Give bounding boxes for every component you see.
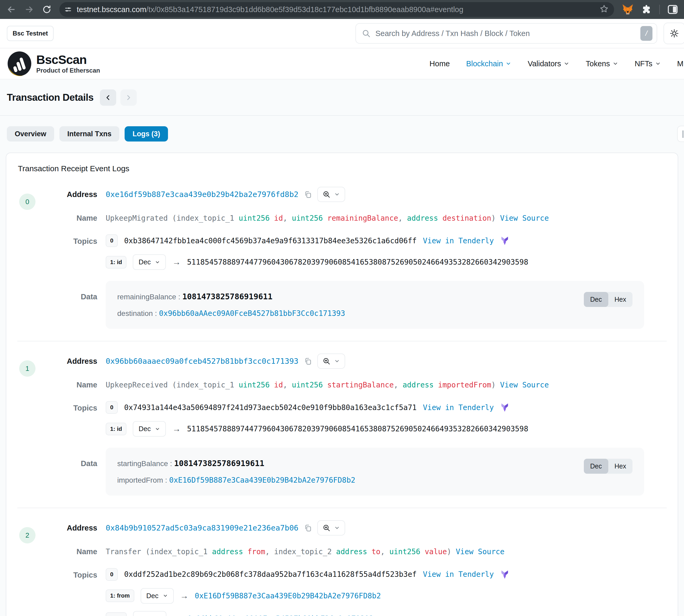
topic-index-badge: 0 bbox=[106, 568, 118, 581]
arrow-right-icon: → bbox=[173, 614, 181, 616]
tenderly-icon[interactable] bbox=[500, 236, 509, 245]
nav-nfts[interactable]: NFTs bbox=[635, 60, 661, 68]
log-address-link[interactable]: 0xe16df59b887e3caa439e0b29b42ba2e7976fd8… bbox=[106, 190, 298, 199]
main-content: Transaction Details Overview Internal Tx… bbox=[0, 80, 684, 616]
log-index-badge: 2 bbox=[19, 527, 36, 544]
topic-row-0: 0 0xddf252ad1be2c89b69c2b068fc378daa952b… bbox=[106, 568, 644, 581]
side-panel-button[interactable] bbox=[668, 5, 678, 14]
hex-toggle-button[interactable]: Hex bbox=[608, 292, 633, 307]
address-zoom-button[interactable] bbox=[317, 353, 345, 369]
star-icon bbox=[599, 4, 609, 14]
copy-icon bbox=[304, 190, 312, 199]
main-nav: Home Blockchain Validators Tokens NFTs M bbox=[430, 60, 683, 68]
url-path[interactable]: /tx/0x85b3a147518719d3c9b1dd6b80e5f39d53… bbox=[146, 5, 463, 14]
tab-overview[interactable]: Overview bbox=[7, 126, 54, 141]
data-address-link[interactable]: 0xE16Df59B887e3Caa439E0b29B42bA2e7976FD8… bbox=[169, 476, 356, 484]
browser-reload-button[interactable] bbox=[42, 5, 51, 14]
network-badge[interactable]: Bsc Testnet bbox=[7, 26, 54, 41]
data-label: Data bbox=[48, 281, 97, 301]
next-transaction-button[interactable] bbox=[120, 89, 137, 106]
topic-value: 5118545788897447796043067820397906085416… bbox=[187, 258, 528, 266]
dec-hex-toggle: Dec Hex bbox=[584, 292, 633, 307]
bookmark-star-button[interactable] bbox=[599, 4, 609, 15]
view-in-tenderly-link[interactable]: View in Tenderly bbox=[423, 403, 494, 412]
log-index-badge: 1 bbox=[19, 360, 36, 377]
tab-logs[interactable]: Logs (3) bbox=[124, 126, 168, 141]
topic-format-select[interactable]: Dec bbox=[133, 421, 166, 437]
nav-validators[interactable]: Validators bbox=[528, 60, 569, 68]
topic-value: 5118545788897447796043067820397906085416… bbox=[187, 424, 528, 433]
chevron-down-icon bbox=[155, 426, 160, 432]
extensions-button[interactable] bbox=[641, 4, 652, 15]
chevron-left-icon bbox=[105, 94, 111, 101]
metamask-extension-button[interactable] bbox=[622, 4, 634, 15]
url-text[interactable]: testnet.bscscan.com/tx/0x85b3a147518719d… bbox=[77, 5, 463, 14]
view-source-link[interactable]: View Source bbox=[456, 547, 504, 556]
name-label: Name bbox=[48, 380, 97, 389]
address-label: Address bbox=[48, 524, 97, 532]
data-row: startingBalance : 1081473825786919611 bbox=[117, 459, 573, 468]
tabs-row: Overview Internal Txns Logs (3) bbox=[0, 116, 684, 153]
topic-row-1: 1: id Dec → 5118545788897447796043067820… bbox=[106, 254, 644, 270]
topic-format-select[interactable]: Dec bbox=[133, 254, 166, 270]
topic-value-link[interactable]: 0xE16Df59B887e3Caa439E0b29B42bA2e7976FD8… bbox=[195, 592, 381, 600]
toolbar-divider bbox=[659, 5, 660, 14]
url-host[interactable]: testnet.bscscan.com bbox=[77, 5, 146, 14]
chevron-down-icon bbox=[505, 61, 511, 67]
topic-index-badge: 1: id bbox=[106, 256, 127, 268]
topic-format-select[interactable]: Dec bbox=[133, 611, 166, 616]
copy-address-button[interactable] bbox=[304, 357, 312, 365]
nav-home[interactable]: Home bbox=[430, 60, 450, 68]
tenderly-icon[interactable] bbox=[500, 403, 509, 412]
nav-blockchain[interactable]: Blockchain bbox=[466, 60, 511, 68]
browser-toolbar: testnet.bscscan.com/tx/0x85b3a147518719d… bbox=[0, 0, 684, 19]
dec-hex-toggle: Dec Hex bbox=[584, 459, 633, 474]
dec-toggle-button[interactable]: Dec bbox=[584, 459, 608, 474]
tab-options-button[interactable] bbox=[677, 126, 684, 142]
view-in-tenderly-link[interactable]: View in Tenderly bbox=[423, 570, 494, 579]
view-source-link[interactable]: View Source bbox=[500, 214, 549, 222]
topic-value-link[interactable]: 0x96bb60aAAec09A0FceB4527b81bbF3Cc0c1713… bbox=[187, 614, 373, 616]
topics-label: Topics bbox=[48, 234, 97, 246]
chevron-down-icon bbox=[334, 192, 340, 197]
browser-back-button[interactable] bbox=[6, 4, 16, 15]
view-source-link[interactable]: View Source bbox=[500, 380, 549, 389]
address-label: Address bbox=[48, 357, 97, 366]
search-input[interactable] bbox=[375, 29, 636, 38]
data-box: startingBalance : 1081473825786919611 im… bbox=[106, 448, 644, 496]
hex-toggle-button[interactable]: Hex bbox=[608, 459, 633, 474]
copy-address-button[interactable] bbox=[304, 190, 312, 199]
nav-tokens[interactable]: Tokens bbox=[586, 60, 618, 68]
data-address-link[interactable]: 0x96bb60aAAec09A0FceB4527b81bbF3Cc0c1713… bbox=[159, 309, 345, 318]
address-zoom-button[interactable] bbox=[317, 520, 345, 535]
event-log-1: 1 Address 0x96bb60aaaec09a0fceb4527b81bb… bbox=[6, 353, 678, 496]
log-divider bbox=[17, 341, 667, 342]
address-bar[interactable]: testnet.bscscan.com/tx/0x85b3a147518719d… bbox=[60, 2, 614, 17]
address-zoom-button[interactable] bbox=[317, 187, 345, 202]
bscscan-logo[interactable]: BscScan Product of Etherscan bbox=[7, 50, 100, 77]
metamask-fox-icon bbox=[622, 4, 634, 15]
chevron-right-icon bbox=[125, 94, 132, 101]
tab-internal-txns[interactable]: Internal Txns bbox=[60, 126, 119, 141]
site-settings-icon[interactable] bbox=[64, 5, 72, 14]
nav-more[interactable]: M bbox=[677, 60, 683, 68]
topic-format-select[interactable]: Dec bbox=[141, 588, 174, 603]
event-signature: UpkeepReceived (index_topic_1 uint256 id… bbox=[106, 380, 644, 390]
previous-transaction-button[interactable] bbox=[100, 89, 116, 106]
copy-address-button[interactable] bbox=[304, 524, 312, 532]
chevron-down-icon bbox=[334, 358, 340, 364]
theme-toggle-button[interactable] bbox=[663, 23, 684, 44]
view-in-tenderly-link[interactable]: View in Tenderly bbox=[423, 237, 494, 245]
topic-index-badge: 2: to bbox=[106, 612, 127, 616]
chevron-down-icon bbox=[334, 525, 340, 531]
dec-toggle-button[interactable]: Dec bbox=[584, 292, 608, 307]
search-bar[interactable]: / bbox=[356, 23, 657, 44]
log-address-link[interactable]: 0x84b9b910527ad5c03a9ca831909e21e236ea7b… bbox=[106, 523, 298, 532]
event-signature: Transfer (index_topic_1 address from, in… bbox=[106, 547, 644, 557]
log-address-link[interactable]: 0x96bb60aaaec09a0fceb4527b81bbf3cc0c1713… bbox=[106, 357, 298, 366]
topic-hash: 0xb38647142fbb1ea4c000fc4569b37a4e9a9f63… bbox=[124, 237, 417, 245]
tenderly-icon[interactable] bbox=[500, 570, 509, 579]
back-arrow-icon bbox=[6, 4, 16, 15]
browser-forward-button[interactable] bbox=[24, 4, 34, 15]
chevron-down-icon bbox=[613, 61, 618, 67]
